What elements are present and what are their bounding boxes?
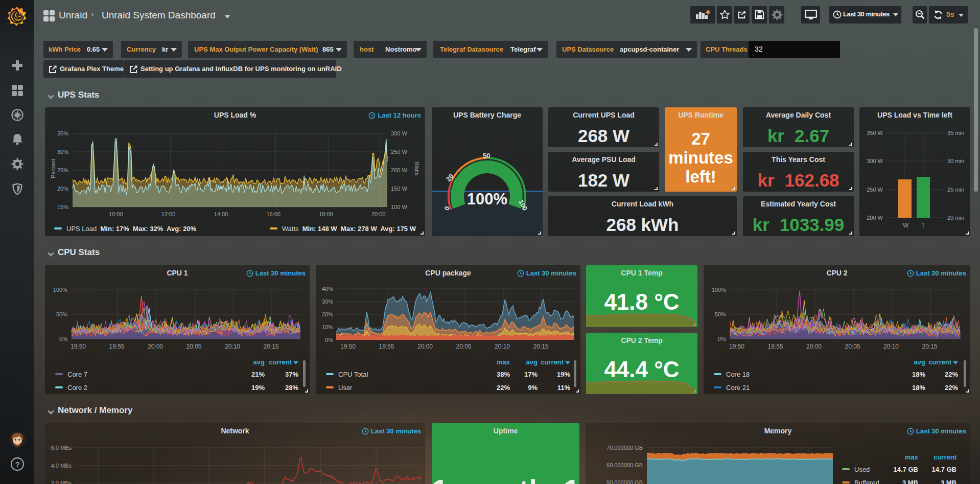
svg-text:?: ? [15, 460, 19, 469]
